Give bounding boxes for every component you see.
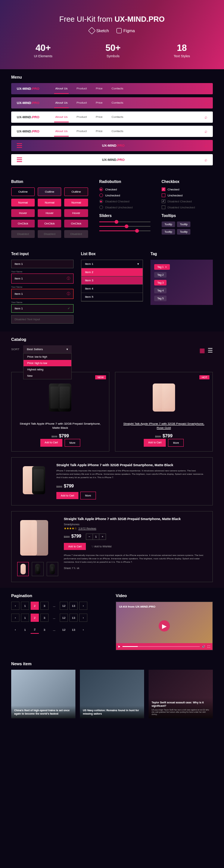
page-3[interactable]: 3 [40, 602, 49, 610]
product-category[interactable]: Smartphones [64, 523, 207, 526]
tag-chip[interactable]: Tag 5 [154, 296, 167, 301]
quantity-stepper[interactable]: −1+ [86, 534, 106, 540]
sort-option[interactable]: Highest rating [24, 366, 71, 373]
sort-option[interactable]: Price: low to high [24, 354, 71, 360]
news-card[interactable]: China's fleet of high-speed trains is se… [11, 670, 75, 718]
nav-contacts[interactable]: Contacts [111, 84, 125, 94]
search-icon[interactable]: ⌕ [205, 86, 207, 91]
slider-2[interactable] [99, 226, 150, 227]
thumbnail[interactable] [32, 562, 43, 576]
play-icon[interactable]: ▶ [118, 645, 120, 648]
nav-price[interactable]: Price [94, 98, 103, 108]
page-prev[interactable]: ‹ [11, 626, 19, 634]
nav-price[interactable]: Price [94, 126, 103, 137]
nav-about[interactable]: About Us [54, 126, 69, 137]
product-title[interactable]: Straight Talk Apple iPhone 7 with 32GB P… [16, 422, 105, 430]
nav-product[interactable]: Product [75, 98, 88, 108]
video-player[interactable]: UI-Kit from UX-MIND.PRO ▶ ▶ 🔊 ⛶ [116, 602, 213, 650]
btn-normal[interactable]: Normal [11, 199, 35, 207]
btn-normal[interactable]: Normal [38, 199, 61, 207]
product-title[interactable]: Straight Talk Apple iPhone 7 with 32GB P… [56, 463, 207, 467]
slider-3[interactable] [99, 230, 150, 231]
check-unchecked[interactable]: Unchecked [162, 193, 213, 197]
btn-normal[interactable]: Normal [64, 199, 88, 207]
thumbnail[interactable] [17, 562, 29, 576]
page-2[interactable]: 2 [31, 626, 39, 634]
page-3[interactable]: 3 [40, 614, 49, 622]
product-title[interactable]: Straight Talk Apple iPhone 7 with 32GB P… [120, 422, 208, 430]
page-13[interactable]: 13 [69, 626, 78, 634]
nav-logo[interactable]: UX-MIND.PRO [17, 115, 54, 119]
btn-outline[interactable]: Outline [38, 187, 61, 196]
page-12[interactable]: 12 [60, 626, 68, 634]
more-button[interactable]: More [65, 439, 80, 447]
nav-logo[interactable]: UX-MIND.PRO [17, 101, 54, 105]
list-view-icon[interactable]: ☰ [208, 347, 213, 352]
btn-hover[interactable]: Hover [64, 209, 88, 217]
btn-hover[interactable]: Hover [38, 209, 61, 217]
facebook-icon[interactable]: f [72, 567, 73, 569]
listbox-item[interactable]: Item 1▾ [81, 260, 143, 268]
page-prev[interactable]: ‹ [11, 602, 19, 610]
nav-price[interactable]: Price [94, 112, 103, 122]
page-12[interactable]: 12 [60, 614, 68, 622]
fullscreen-icon[interactable]: ⛶ [208, 645, 210, 648]
hamburger-icon[interactable] [17, 143, 22, 148]
nav-logo[interactable]: UX-MIND.PRO [17, 87, 54, 91]
btn-onclick[interactable]: OnClick [11, 220, 35, 227]
nav-about[interactable]: About Us [54, 112, 69, 122]
add-to-cart-button[interactable]: Add to Cart [56, 492, 78, 499]
nav-price[interactable]: Price [94, 84, 103, 94]
sort-option[interactable]: New [24, 373, 71, 379]
nav-logo[interactable]: UX-MIND.PRO [22, 144, 205, 147]
listbox-item[interactable]: Item 2 [81, 268, 143, 276]
listbox-item[interactable]: Item 4 [81, 285, 143, 293]
add-to-cart-button[interactable]: Add to Cart [144, 439, 166, 447]
nav-logo[interactable]: UX-MIND.PRO [22, 158, 205, 162]
add-to-cart-button[interactable]: Add to Cart [40, 439, 62, 447]
twitter-icon[interactable]: 𝕏 [74, 567, 76, 569]
text-input-success[interactable]: Item 1✓ [11, 304, 74, 313]
page-next[interactable]: › [79, 602, 87, 610]
page-13[interactable]: 13 [69, 614, 78, 622]
page-1[interactable]: 1 [21, 614, 29, 622]
more-button[interactable]: More [168, 439, 184, 447]
more-button[interactable]: More [80, 492, 96, 499]
news-card[interactable]: US Navy collision: Remains found in hunt… [80, 670, 144, 718]
tag-chip[interactable]: Tag 4 [154, 288, 167, 293]
grid-view-icon[interactable]: ▦ [199, 347, 205, 352]
page-next[interactable]: › [79, 614, 87, 622]
nav-contacts[interactable]: Contacts [111, 98, 125, 108]
text-input-focus[interactable]: Item 1ⓘ [11, 273, 74, 284]
video-controls[interactable]: ▶ 🔊 ⛶ [116, 643, 212, 650]
nav-about[interactable]: About Us [54, 98, 69, 108]
btn-hover[interactable]: Hover [11, 209, 35, 217]
tag-chip[interactable]: Tag 2 [154, 272, 167, 278]
btn-onclick[interactable]: OnClick [64, 220, 88, 227]
nav-about[interactable]: About Us [54, 84, 69, 94]
page-13[interactable]: 13 [69, 602, 78, 610]
add-to-cart-button[interactable]: Add to Cart [64, 543, 86, 550]
listbox-item[interactable]: Item 5 [81, 293, 143, 301]
slider-1[interactable] [99, 221, 150, 222]
check-checked[interactable]: ✓Checked [162, 187, 213, 191]
sort-option[interactable]: Price: high to low [24, 360, 71, 366]
text-input-error[interactable]: Item 1ⓘ [11, 289, 74, 299]
btn-outline[interactable]: Outline [64, 187, 88, 196]
thumbnail[interactable] [47, 562, 58, 576]
radio-checked[interactable]: Checked [99, 187, 150, 191]
search-icon[interactable]: ⌕ [205, 157, 207, 162]
tag-chip[interactable]: Tag 1 × [154, 264, 169, 270]
volume-icon[interactable]: 🔊 [202, 645, 205, 648]
search-icon[interactable]: ⌕ [205, 129, 207, 134]
page-prev[interactable]: ‹ [11, 614, 19, 622]
search-icon[interactable]: ⌕ [205, 100, 207, 106]
text-input[interactable]: Item 1 [11, 260, 74, 268]
hamburger-icon[interactable] [17, 158, 22, 162]
listbox-item[interactable]: Item 3 [81, 276, 143, 285]
vk-icon[interactable]: vk [77, 567, 79, 569]
play-icon[interactable]: ▶ [159, 620, 170, 632]
page-2[interactable]: 2 [31, 614, 39, 622]
btn-onclick[interactable]: OnClick [38, 220, 61, 227]
sort-dropdown[interactable]: Best Sellers▾ Price: low to high Price: … [23, 345, 72, 353]
